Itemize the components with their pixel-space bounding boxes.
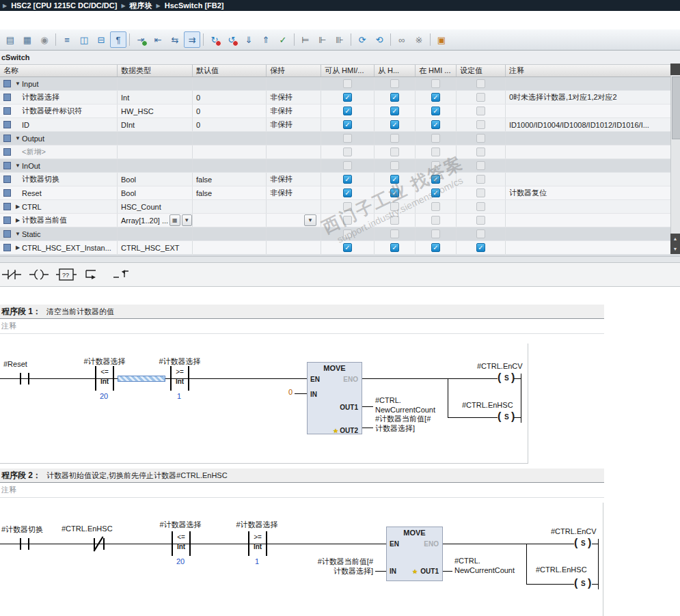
hmi-writable-checkbox[interactable] (390, 120, 399, 129)
verify-icon[interactable]: ✓ (275, 31, 291, 48)
default-value[interactable] (193, 132, 267, 145)
hmi-writable-checkbox[interactable] (390, 93, 399, 102)
interface-row-计数器选择[interactable]: 计数器选择Int0非保持0时未选择计数器,1对应1,2对应2 (0, 91, 680, 104)
out2-operand[interactable]: 计数器选择] (375, 423, 415, 434)
comment[interactable] (506, 255, 680, 256)
interface-row-Output[interactable]: ▼Output (0, 132, 680, 145)
add-output-star-icon[interactable]: ★ (333, 428, 338, 434)
data-type[interactable]: Bool (121, 176, 136, 184)
in-operand[interactable]: 0 (282, 388, 293, 396)
comment[interactable] (506, 132, 680, 145)
compare-type[interactable]: Int (173, 543, 189, 550)
update-icon[interactable]: ⟲ (371, 31, 387, 48)
setpoint-checkbox[interactable] (476, 202, 485, 211)
breadcrumb-item-plc[interactable]: HSC2 [CPU 1215C DC/DC/DC] (11, 1, 117, 10)
interface-row-Reset[interactable]: ResetBoolfalse非保持计数器复位 (0, 186, 680, 200)
set-coil-icon[interactable]: ( (574, 578, 577, 589)
row-name[interactable]: Reset (22, 189, 42, 197)
sync-back-icon[interactable]: ⊪ (331, 31, 348, 48)
compare-contact-icon[interactable] (188, 366, 189, 391)
set-coil-icon[interactable]: ( (498, 372, 501, 383)
expand-all-icon[interactable]: ≡ (59, 31, 75, 48)
out1-operand[interactable]: #CTRL. (454, 557, 480, 565)
interface-row-ID[interactable]: IDDInt0非保持ID1000/ID1004/ID1008/ID1012/ID… (0, 118, 680, 132)
interface-row-CTRL[interactable]: ▶CTRLHSC_Count (0, 200, 680, 214)
default-value[interactable] (193, 255, 267, 256)
hmi-visible-checkbox[interactable] (431, 188, 440, 197)
row-name[interactable]: CTRL_HSC_EXT_Instan... (22, 244, 111, 252)
setpoint-checkbox[interactable] (476, 243, 485, 252)
default-value[interactable]: 0 (193, 104, 267, 117)
column-header[interactable]: 在 HMI ... (416, 65, 457, 76)
in-operand[interactable]: 计数器选择] (299, 566, 373, 576)
coil-operand[interactable]: #CTRL.EnHSC (536, 565, 587, 574)
monitor-off-icon[interactable]: ↺ (223, 31, 240, 48)
comment[interactable] (506, 159, 680, 172)
column-header[interactable]: 注释 (506, 65, 680, 76)
compare-type[interactable]: Int (249, 543, 266, 550)
data-type[interactable]: Array[1..20] ... (121, 216, 168, 225)
row-name[interactable]: 计数器当前值 (22, 215, 67, 225)
setpoint-checkbox[interactable] (476, 216, 485, 225)
setpoint-checkbox[interactable] (476, 188, 485, 197)
column-header[interactable]: 默认值 (193, 65, 267, 76)
hmi-visible-checkbox[interactable] (431, 79, 440, 88)
open-branch-icon[interactable] (83, 266, 104, 283)
call-structure-icon[interactable]: ∞ (394, 31, 410, 48)
compare-value[interactable]: 1 (248, 557, 266, 565)
data-type[interactable]: DInt (121, 121, 135, 129)
breadcrumb-item-block[interactable]: HscSwitch [FB2] (165, 1, 224, 10)
setpoint-checkbox[interactable] (476, 120, 485, 129)
snapshot-icon[interactable]: ⇤ (150, 31, 166, 48)
row-name[interactable]: Output (22, 135, 44, 143)
retain-value[interactable]: 非保持 (270, 188, 293, 198)
retain-value[interactable]: 非保持 (270, 120, 293, 130)
hmi-writable-checkbox[interactable] (390, 148, 399, 156)
network-2-title[interactable]: 计数器初始值设定,切换前先停止计数器#CTRL.EnHSC (46, 471, 228, 481)
default-value[interactable] (193, 214, 267, 227)
row-name[interactable]: <新增> (22, 147, 46, 157)
sync-forward-icon[interactable]: ⊩ (314, 31, 331, 48)
column-header[interactable]: 从 H... (375, 65, 416, 76)
network-1-canvas[interactable]: #Reset #计数器选择 <= Int 20 #计数器选择 >= Int 1 … (0, 344, 528, 464)
no-contact-icon[interactable] (28, 373, 29, 384)
hmi-visible-checkbox[interactable] (431, 148, 440, 156)
default-value[interactable]: 0 (193, 91, 267, 104)
hmi-writable-checkbox[interactable] (390, 188, 399, 197)
hmi-visible-checkbox[interactable] (431, 93, 440, 102)
interface-row-<新增>[interactable]: <新增> (0, 145, 680, 159)
hmi-accessible-checkbox[interactable] (343, 243, 352, 252)
default-value[interactable] (193, 200, 267, 213)
compare-value[interactable]: 1 (170, 392, 188, 400)
expand-arrow-icon[interactable]: ▶ (14, 217, 22, 223)
default-value[interactable]: false (193, 186, 267, 199)
settings-icon[interactable]: ▣ (433, 31, 450, 48)
column-header[interactable]: 设定值 (457, 65, 506, 76)
column-header[interactable]: 数据类型 (118, 65, 193, 76)
scrollbar-track[interactable] (670, 75, 680, 234)
hmi-accessible-checkbox[interactable] (343, 120, 352, 129)
default-value[interactable]: false (193, 173, 267, 186)
refresh-icon[interactable]: ⟳ (354, 31, 370, 48)
row-name[interactable]: Input (22, 80, 38, 88)
comment[interactable]: ID1000/ID1004/ID1008/ID1012/ID1016/I... (506, 118, 680, 131)
download-icon[interactable]: ⇓ (241, 31, 257, 48)
nc-contact-icon[interactable] (103, 538, 105, 550)
comment[interactable] (506, 241, 680, 254)
scrollbar-thumb[interactable] (672, 76, 680, 139)
setpoint-checkbox[interactable] (476, 93, 485, 102)
data-type[interactable]: Int (121, 94, 129, 102)
compare-operand[interactable]: #计数器选择 (151, 520, 210, 530)
default-value[interactable] (193, 145, 267, 158)
row-name[interactable]: ID (22, 121, 29, 129)
row-name[interactable]: 计数器切换 (22, 174, 59, 184)
data-type[interactable]: HSC_Count (121, 203, 161, 211)
hmi-accessible-checkbox[interactable] (343, 134, 352, 143)
comment[interactable] (506, 227, 680, 240)
setpoint-checkbox[interactable] (476, 107, 485, 115)
hmi-accessible-checkbox[interactable] (343, 202, 352, 211)
move-box[interactable]: MOVE EN ENO IN OUT1 ★ OUT2 (307, 362, 362, 434)
collapse-arrow-icon[interactable]: ▼ (14, 231, 22, 237)
network-2-canvas[interactable]: #计数器切换 #CTRL.EnHSC #计数器选择 <= Int 20 #计数器… (0, 503, 603, 616)
column-header[interactable]: 名称 (0, 65, 118, 76)
